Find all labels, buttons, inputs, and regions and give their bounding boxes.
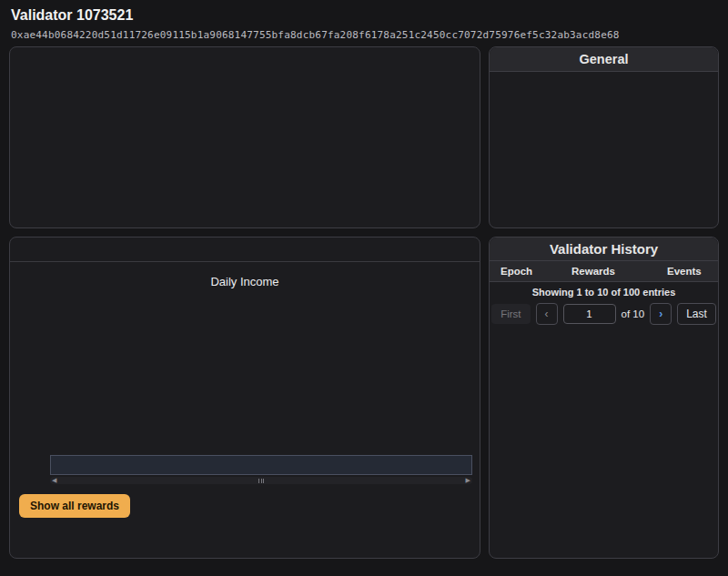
previous-page-button[interactable]: ‹ [536, 303, 558, 325]
page-number-input[interactable] [563, 304, 616, 324]
pagination: First ‹ of 10 › Last [490, 303, 718, 325]
last-page-button[interactable]: Last [677, 303, 716, 325]
chart-navigator[interactable] [50, 455, 472, 475]
validator-pubkey: 0xae44b0684220d51d11726e09115b1a90681477… [0, 25, 728, 46]
history-panel-title: Validator History [490, 237, 718, 261]
first-page-button[interactable]: First [491, 304, 530, 324]
daily-income-chart[interactable] [50, 296, 472, 446]
column-header-epoch: Epoch [490, 266, 571, 277]
history-table-header: Epoch Rewards Events [490, 261, 718, 282]
column-header-events: Events [667, 266, 718, 277]
chart-title: Daily Income [10, 275, 480, 288]
chart-scrollbar[interactable]: ◀ ▶ [50, 477, 472, 484]
charts-card: Daily Income ◀ ▶ Show all rewards [9, 237, 480, 559]
scroll-grip[interactable] [258, 479, 264, 483]
tab-bar [10, 237, 480, 262]
showing-entries-text: Showing 1 to 10 of 100 entries [490, 287, 718, 298]
scroll-right-icon[interactable]: ▶ [466, 477, 470, 484]
general-panel: General [489, 46, 719, 228]
show-all-rewards-button[interactable]: Show all rewards [19, 494, 130, 518]
page-count-label: of 10 [622, 308, 645, 319]
column-header-rewards: Rewards [571, 266, 667, 277]
next-page-button[interactable]: › [650, 303, 672, 325]
page-title: Validator 1073521 [11, 7, 133, 24]
top-bar: Validator 1073521 [0, 0, 728, 25]
scroll-left-icon[interactable]: ◀ [52, 477, 56, 484]
validator-history-panel: Validator History Epoch Rewards Events S… [489, 237, 719, 559]
overview-card [9, 46, 480, 228]
general-panel-title: General [490, 47, 718, 72]
